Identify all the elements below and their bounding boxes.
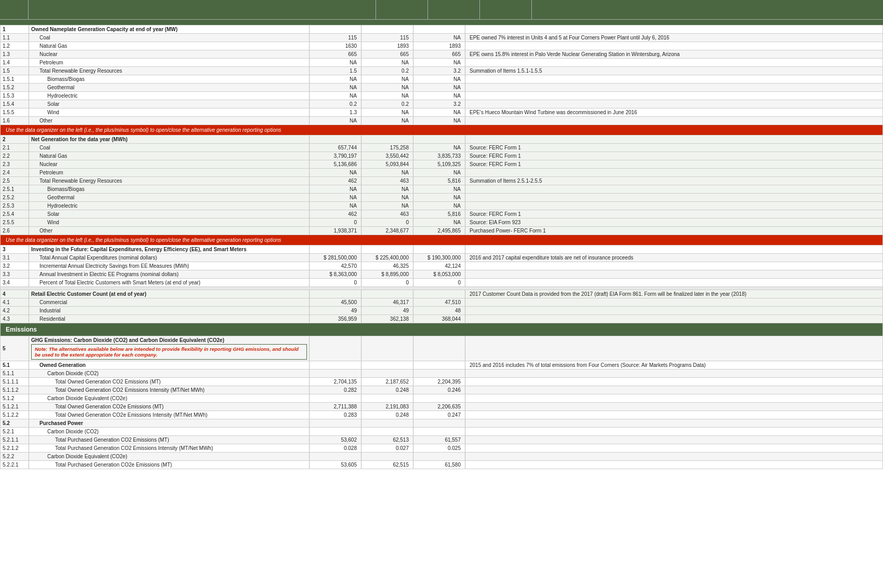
cell-year-2017: 61,557: [413, 436, 465, 444]
cell-desc: Wind: [29, 218, 310, 227]
cell-desc: Total Owned Generation CO2e Emissions (M…: [29, 403, 310, 411]
cell-year-2015: 462: [310, 210, 362, 218]
cell-year-2017: [413, 25, 465, 34]
cell-year-2016: NA: [362, 169, 413, 177]
cell-year-2017: NA: [413, 84, 465, 92]
cell-refno: 3.3: [1, 270, 29, 279]
cell-refno: 5.2: [1, 419, 29, 428]
cell-year-2016: [362, 428, 413, 436]
cell-desc: Carbon Dioxide Equivalent (CO2e): [29, 394, 310, 403]
header-year-2015: [376, 0, 428, 19]
table-row: 1Owned Nameplate Generation Capacity at …: [1, 25, 883, 34]
cell-year-2017: 61,580: [413, 461, 465, 469]
cell-comments: [465, 202, 883, 210]
cell-desc: Total Owned Generation CO2 Emissions (MT…: [29, 378, 310, 386]
cell-comments: [465, 444, 883, 453]
cell-comments: [465, 194, 883, 202]
cell-refno: 5.1.2.1: [1, 403, 29, 411]
cell-comments: [465, 92, 883, 100]
cell-year-2015: [310, 245, 362, 254]
cell-refno: 1.4: [1, 59, 29, 67]
cell-year-2016: [362, 370, 413, 378]
cell-refno: 4: [1, 290, 29, 298]
table-row: 2.1Coal657,744175,258NASource: FERC Form…: [1, 144, 883, 152]
cell-year-2016: 2,348,677: [362, 227, 413, 235]
cell-refno: 1.5: [1, 67, 29, 75]
cell-comments: [465, 185, 883, 194]
table-row: 1.5.3HydroelectricNANANA: [1, 92, 883, 100]
table-row: 4.3Residential356,959362,138368,044: [1, 315, 883, 323]
cell-year-2017: 42,124: [413, 262, 465, 270]
header-row: [0, 0, 883, 20]
cell-comments: Source: FERC Form 1: [465, 210, 883, 218]
cell-desc: Total Owned Generation CO2 Emissions Int…: [29, 386, 310, 394]
table-row: 2.5.1Biomass/BiogasNANANA: [1, 185, 883, 194]
cell-comments: [465, 169, 883, 177]
cell-refno: 1.2: [1, 42, 29, 50]
table-row: 3.2Incremental Annual Electricity Saving…: [1, 262, 883, 270]
cell-desc: Total Purchased Generation CO2 Emissions…: [29, 436, 310, 444]
table-row: 5.1.2.1Total Owned Generation CO2e Emiss…: [1, 403, 883, 411]
cell-year-2016: 463: [362, 177, 413, 185]
cell-year-2017: 1893: [413, 42, 465, 50]
cell-year-2016: [362, 394, 413, 403]
cell-year-2017: NA: [413, 185, 465, 194]
cell-desc: Commercial: [29, 298, 310, 307]
cell-year-2017: 5,816: [413, 210, 465, 218]
cell-desc: Coal: [29, 34, 310, 42]
cell-refno: 1: [1, 25, 29, 34]
cell-year-2016: NA: [362, 92, 413, 100]
data-table: 1Owned Nameplate Generation Capacity at …: [0, 25, 883, 469]
cell-desc: Retail Electric Customer Count (at end o…: [29, 290, 310, 298]
cell-year-2015: 53,605: [310, 461, 362, 469]
cell-desc: Coal: [29, 144, 310, 152]
cell-year-2015: 3,790,197: [310, 152, 362, 160]
cell-comments: 2016 and 2017 capital expenditure totals…: [465, 254, 883, 262]
portfolio-section-header: [0, 20, 883, 25]
cell-comments: Source: FERC Form 1: [465, 160, 883, 169]
cell-desc: Other: [29, 227, 310, 235]
header-desc: [29, 0, 376, 19]
cell-year-2017: 0.247: [413, 411, 465, 419]
cell-refno: 2.5.5: [1, 218, 29, 227]
cell-year-2016: [362, 336, 413, 361]
cell-desc: Petroleum: [29, 169, 310, 177]
header-year-2017: [480, 0, 532, 19]
cell-year-2016: 46,325: [362, 262, 413, 270]
cell-refno: 4.1: [1, 298, 29, 307]
cell-year-2015: 45,500: [310, 298, 362, 307]
cell-year-2016: $ 225,400,000: [362, 254, 413, 262]
table-row: 3.1Total Annual Capital Expenditures (no…: [1, 254, 883, 262]
cell-comments: EPE owns 15.8% interest in Palo Verde Nu…: [465, 50, 883, 59]
cell-year-2015: 356,959: [310, 315, 362, 323]
cell-refno: 2.5: [1, 177, 29, 185]
cell-comments: [465, 42, 883, 50]
cell-year-2016: [362, 361, 413, 370]
cell-year-2017: 0.025: [413, 444, 465, 453]
cell-refno: 1.5.3: [1, 92, 29, 100]
cell-comments: [465, 436, 883, 444]
cell-desc: Wind: [29, 108, 310, 117]
table-row: 2.5.5Wind00NASource: EIA Form 923: [1, 218, 883, 227]
table-row: 1.5Total Renewable Energy Resources1.50.…: [1, 67, 883, 75]
table-row: 1.1Coal115115NAEPE owned 7% interest in …: [1, 34, 883, 42]
cell-comments: [465, 298, 883, 307]
cell-desc: Nuclear: [29, 160, 310, 169]
cell-year-2017: 2,206,635: [413, 403, 465, 411]
cell-comments: Purchased Power- FERC Form 1: [465, 227, 883, 235]
cell-comments: [465, 117, 883, 125]
cell-desc: Residential: [29, 315, 310, 323]
cell-year-2017: NA: [413, 117, 465, 125]
cell-year-2017: [413, 453, 465, 461]
header-refno: [0, 0, 29, 19]
cell-year-2015: 665: [310, 50, 362, 59]
cell-desc: Total Renewable Energy Resources: [29, 177, 310, 185]
cell-year-2015: [310, 135, 362, 144]
cell-comments: EPE owned 7% interest in Units 4 and 5 a…: [465, 34, 883, 42]
cell-year-2017: 0: [413, 279, 465, 287]
table-row: 5.2.2Carbon Dioxide Equivalent (CO2e): [1, 453, 883, 461]
cell-year-2017: NA: [413, 144, 465, 152]
cell-year-2016: [362, 135, 413, 144]
cell-desc: Geothermal: [29, 194, 310, 202]
cell-desc: Percent of Total Electric Customers with…: [29, 279, 310, 287]
